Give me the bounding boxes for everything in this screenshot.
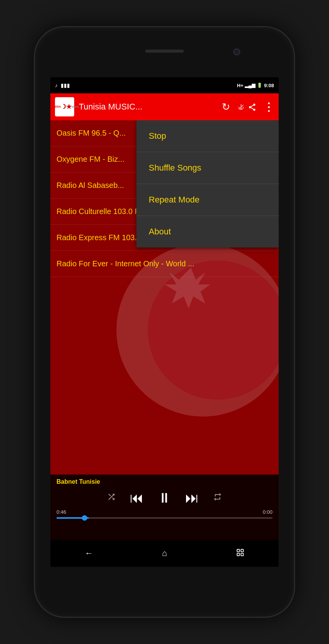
share-button[interactable]: ⫝̸	[237, 102, 256, 112]
time-row: 0:46 0:00	[50, 509, 279, 515]
phone-screen: ♪ ▮▮▮ H+ ▂▄▆ 🔋 9:08 TUNISIA ☽★ MUSIC Tun…	[50, 77, 279, 567]
status-bar: ♪ ▮▮▮ H+ ▂▄▆ 🔋 9:08	[50, 77, 279, 93]
playback-controls: ⏮ ⏸ ⏭	[50, 487, 279, 509]
svg-line-4	[251, 105, 253, 107]
shuffle-button[interactable]	[107, 492, 116, 504]
svg-line-3	[251, 108, 253, 110]
progress-bar[interactable]	[56, 517, 273, 519]
radio-item-label: Radio Al Sabaseb...	[56, 181, 124, 189]
nav-bar: ← ⌂	[50, 540, 279, 567]
time-total: 0:00	[263, 509, 273, 515]
status-right: H+ ▂▄▆ 🔋 9:08	[237, 83, 274, 88]
menu-item-about[interactable]: About	[136, 216, 279, 247]
network-type: H+	[237, 83, 243, 88]
prev-button[interactable]: ⏮	[130, 490, 144, 506]
svg-point-1	[249, 106, 251, 108]
status-left: ♪ ▮▮▮	[55, 82, 70, 88]
app-logo: TUNISIA ☽★ MUSIC	[55, 97, 74, 116]
music-notification-icon: ♪	[55, 82, 58, 88]
time-elapsed: 0:46	[56, 509, 66, 515]
dropdown-menu: Stop Shuffle Songs Repeat Mode About	[136, 120, 279, 247]
svg-rect-8	[237, 549, 239, 551]
radio-item-label: Oxygene FM - Biz...	[56, 155, 125, 163]
home-button[interactable]: ⌂	[162, 548, 167, 558]
bars-icon: ▮▮▮	[61, 82, 70, 88]
menu-item-shuffle[interactable]: Shuffle Songs	[136, 152, 279, 184]
refresh-button[interactable]: ↻	[222, 101, 230, 113]
svg-point-0	[253, 104, 256, 106]
svg-point-2	[253, 109, 256, 111]
app-bar-actions: ↻ ⫝̸ ⋮	[222, 101, 274, 113]
speaker	[145, 50, 184, 53]
repeat-button[interactable]	[213, 492, 222, 504]
more-button[interactable]: ⋮	[263, 101, 274, 113]
list-item[interactable]: Radio For Ever - Internet Only - World .…	[50, 251, 279, 277]
signal-icon: ▂▄▆	[245, 83, 255, 88]
svg-rect-11	[237, 553, 239, 555]
camera	[233, 48, 240, 55]
clock: 9:08	[264, 83, 274, 88]
battery-icon: 🔋	[257, 83, 263, 88]
radio-item-label: Radio For Ever - Internet Only - World .…	[56, 259, 194, 268]
svg-rect-9	[241, 549, 243, 551]
svg-rect-10	[241, 553, 243, 555]
pause-button[interactable]: ⏸	[158, 490, 171, 506]
radio-item-label: Oasis FM 96.5 - Q...	[56, 129, 126, 137]
phone-frame: ♪ ▮▮▮ H+ ▂▄▆ 🔋 9:08 TUNISIA ☽★ MUSIC Tun…	[34, 26, 295, 618]
app-bar: TUNISIA ☽★ MUSIC Tunisia MUSIC... ↻ ⫝̸ ⋮	[50, 93, 279, 120]
back-button[interactable]: ←	[85, 548, 93, 558]
main-content: Oasis FM 96.5 - Q... Oxygene FM - Biz...…	[50, 120, 279, 540]
menu-item-stop[interactable]: Stop	[136, 120, 279, 152]
now-playing-bar: Babnet Tunisie ⏮ ⏸ ⏭	[50, 475, 279, 540]
recent-button[interactable]	[236, 548, 244, 559]
app-title: Tunisia MUSIC...	[79, 102, 217, 112]
menu-item-repeat[interactable]: Repeat Mode	[136, 184, 279, 216]
next-button[interactable]: ⏭	[185, 490, 199, 506]
now-playing-title: Babnet Tunisie	[50, 475, 279, 487]
progress-dot[interactable]	[82, 515, 87, 521]
